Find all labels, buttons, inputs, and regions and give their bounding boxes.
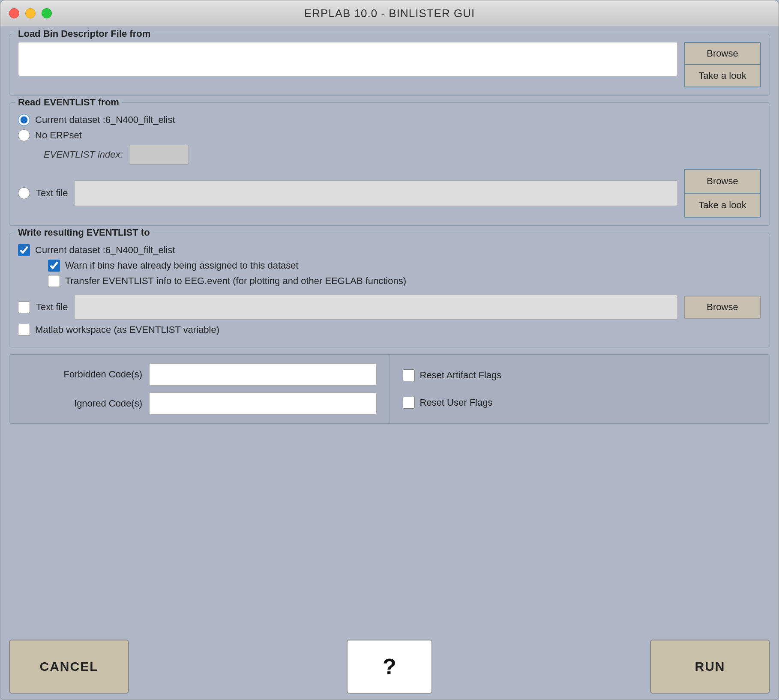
read-text-file-label: Text file — [36, 188, 68, 199]
maximize-button[interactable] — [42, 8, 52, 18]
read-text-file-input-box — [74, 180, 678, 206]
write-eventlist-title: Write resulting EVENTLIST to — [15, 227, 153, 238]
write-eventlist-section: Write resulting EVENTLIST to Current dat… — [9, 233, 770, 347]
write-text-file-checkbox[interactable] — [18, 301, 30, 313]
reset-artifact-row: Reset Artifact Flags — [403, 369, 757, 381]
reset-artifact-checkbox[interactable] — [403, 369, 415, 381]
window-title: ERPLAB 10.0 - BINLISTER GUI — [304, 7, 475, 20]
window: ERPLAB 10.0 - BINLISTER GUI Load Bin Des… — [0, 0, 779, 700]
reset-user-checkbox[interactable] — [403, 397, 415, 409]
read-browse-button[interactable]: Browse — [684, 169, 761, 193]
write-browse-button[interactable]: Browse — [684, 296, 761, 319]
matlab-workspace-checkbox[interactable] — [18, 324, 30, 336]
reset-user-row: Reset User Flags — [403, 397, 757, 409]
current-dataset-label: Current dataset :6_N400_filt_elist — [35, 114, 175, 126]
forbidden-codes-label: Forbidden Code(s) — [22, 369, 142, 380]
warn-bins-row: Warn if bins have already being assigned… — [48, 260, 761, 272]
transfer-eventlist-row: Transfer EVENTLIST info to EEG.event (fo… — [48, 275, 761, 287]
current-dataset-radio-row: Current dataset :6_N400_filt_elist — [18, 114, 761, 126]
forbidden-codes-row: Forbidden Code(s) — [22, 363, 377, 386]
codes-panel: Forbidden Code(s) Ignored Code(s) — [9, 355, 390, 423]
bin-browse-stack: Browse Take a look — [684, 42, 761, 87]
title-bar: ERPLAB 10.0 - BINLISTER GUI — [0, 0, 779, 26]
eventlist-index-row: EVENTLIST index: — [44, 145, 761, 165]
write-current-dataset-checkbox[interactable] — [18, 244, 30, 256]
no-erpset-label: No ERPset — [35, 130, 82, 141]
bin-take-a-look-button[interactable]: Take a look — [684, 65, 761, 87]
matlab-workspace-row: Matlab workspace (as EVENTLIST variable) — [18, 324, 761, 336]
close-button[interactable] — [9, 8, 19, 18]
traffic-lights — [9, 8, 52, 18]
read-eventlist-title: Read EVENTLIST from — [15, 97, 122, 108]
current-dataset-radio[interactable] — [18, 114, 30, 126]
load-bin-section: Load Bin Descriptor File from Browse Tak… — [9, 34, 770, 96]
read-text-file-radio[interactable] — [18, 187, 30, 199]
codes-flags-section: Forbidden Code(s) Ignored Code(s) Reset … — [9, 354, 770, 424]
help-button[interactable]: ? — [347, 640, 432, 694]
matlab-workspace-label: Matlab workspace (as EVENTLIST variable) — [35, 324, 219, 335]
bin-descriptor-file-input[interactable] — [18, 42, 678, 76]
write-text-file-input-box — [74, 295, 678, 320]
run-button[interactable]: RUN — [650, 640, 770, 694]
reset-user-label: Reset User Flags — [420, 397, 493, 408]
write-text-file-label: Text file — [36, 302, 68, 313]
cancel-button[interactable]: CANCEL — [9, 640, 129, 694]
main-content: Load Bin Descriptor File from Browse Tak… — [0, 26, 779, 634]
flags-panel: Reset Artifact Flags Reset User Flags — [390, 355, 770, 423]
eventlist-index-label: EVENTLIST index: — [44, 149, 123, 160]
transfer-eventlist-checkbox[interactable] — [48, 275, 60, 287]
load-bin-title: Load Bin Descriptor File from — [15, 28, 153, 39]
warn-bins-label: Warn if bins have already being assigned… — [65, 260, 299, 271]
eventlist-index-input[interactable] — [129, 145, 189, 165]
bin-descriptor-row: Browse Take a look — [18, 42, 761, 87]
read-text-file-row: Text file Browse Take a look — [18, 169, 761, 218]
reset-artifact-label: Reset Artifact Flags — [420, 370, 502, 381]
no-erpset-radio-row: No ERPset — [18, 129, 761, 141]
minimize-button[interactable] — [25, 8, 36, 18]
bin-browse-button[interactable]: Browse — [684, 42, 761, 65]
ignored-codes-row: Ignored Code(s) — [22, 392, 377, 415]
bottom-buttons: CANCEL ? RUN — [0, 634, 779, 700]
read-browse-stack: Browse Take a look — [684, 169, 761, 218]
read-eventlist-section: Read EVENTLIST from Current dataset :6_N… — [9, 102, 770, 226]
write-current-dataset-label: Current dataset :6_N400_filt_elist — [35, 245, 175, 256]
forbidden-codes-input[interactable] — [149, 363, 377, 386]
no-erpset-radio[interactable] — [18, 129, 30, 141]
write-text-file-row: Text file Browse — [18, 295, 761, 320]
ignored-codes-input[interactable] — [149, 392, 377, 415]
warn-bins-checkbox[interactable] — [48, 260, 60, 272]
transfer-eventlist-label: Transfer EVENTLIST info to EEG.event (fo… — [65, 275, 406, 287]
read-take-a-look-button[interactable]: Take a look — [684, 193, 761, 218]
write-current-dataset-row: Current dataset :6_N400_filt_elist — [18, 244, 761, 256]
ignored-codes-label: Ignored Code(s) — [22, 398, 142, 409]
